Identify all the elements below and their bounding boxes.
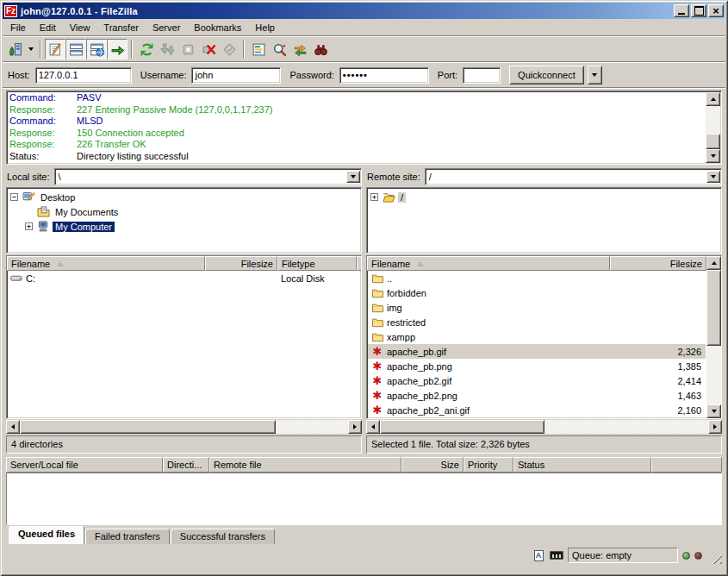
username-label: Username:	[140, 70, 187, 80]
tree-item-label: /	[398, 192, 406, 203]
scroll-down-button[interactable]	[706, 149, 720, 163]
synchronized-browsing-button[interactable]	[289, 39, 310, 59]
local-horizontal-scrollbar[interactable]	[6, 420, 362, 434]
column-header-size[interactable]: Size	[401, 457, 464, 473]
menu-item-transfer[interactable]: Transfer	[96, 21, 146, 34]
scroll-thumb[interactable]	[380, 420, 544, 434]
menu-item-file[interactable]: File	[3, 21, 33, 34]
host-input[interactable]	[35, 67, 132, 84]
close-button[interactable]	[708, 4, 724, 17]
file-row[interactable]: C: Local Disk	[7, 271, 361, 285]
column-header-server-local-file[interactable]: Server/Local file	[6, 457, 163, 473]
transfer-type-indicator[interactable]: A	[532, 549, 545, 562]
scroll-track[interactable]	[380, 420, 708, 434]
scroll-thumb[interactable]	[706, 270, 721, 346]
toggle-local-tree-button[interactable]	[65, 39, 86, 59]
minimize-button[interactable]	[674, 4, 689, 17]
scroll-thumb[interactable]	[706, 134, 720, 149]
scroll-thumb[interactable]	[20, 420, 276, 434]
tree-item-my-computer[interactable]: My Computer	[8, 219, 360, 234]
scroll-right-button[interactable]	[348, 420, 362, 434]
file-row[interactable]: forbidden	[368, 285, 706, 300]
file-row-selected[interactable]: ✱apache_pb.gif 2,326	[368, 344, 706, 359]
scroll-right-button[interactable]	[708, 420, 722, 434]
scroll-up-button[interactable]	[706, 256, 721, 270]
remote-file-list: Filename Filesize .. forbidden img	[366, 255, 722, 419]
menu-item-view[interactable]: View	[63, 21, 97, 34]
scroll-left-button[interactable]	[366, 420, 380, 434]
filter-button[interactable]	[248, 39, 269, 59]
tree-item-desktop[interactable]: Desktop	[8, 190, 360, 204]
tab-queued-files[interactable]: Queued files	[9, 526, 84, 544]
menu-item-help[interactable]: Help	[248, 21, 282, 34]
collapse-icon[interactable]	[10, 193, 18, 201]
column-header-last-modified[interactable]: L	[357, 256, 362, 271]
column-label: Filesize	[670, 259, 702, 269]
expand-icon[interactable]	[25, 222, 33, 230]
speed-limit-icon[interactable]	[550, 549, 563, 562]
my-documents-icon	[36, 206, 50, 218]
tree-item-my-documents[interactable]: My Documents	[8, 204, 360, 219]
reconnect-button[interactable]	[219, 39, 240, 59]
remote-site-combobox[interactable]: /	[425, 168, 722, 185]
find-files-button[interactable]	[310, 39, 331, 59]
file-size: 2,326	[611, 347, 706, 357]
file-row[interactable]: ✱apache_pb.png 1,385	[368, 359, 706, 373]
column-header-filesize[interactable]: Filesize	[610, 256, 706, 271]
refresh-button[interactable]	[136, 39, 157, 59]
username-input[interactable]	[191, 67, 281, 84]
file-row[interactable]: ✱apache_pb2_ani.gif 2,160	[368, 403, 706, 417]
log-scrollbar[interactable]	[706, 92, 720, 163]
scroll-track[interactable]	[706, 106, 720, 149]
file-row[interactable]: img	[368, 300, 706, 315]
scroll-track[interactable]	[706, 270, 721, 404]
tab-successful-transfers[interactable]: Successful transfers	[171, 529, 275, 544]
scroll-track[interactable]	[20, 420, 348, 434]
scroll-up-button[interactable]	[706, 92, 720, 106]
scroll-down-button[interactable]	[706, 404, 721, 418]
column-header-filename[interactable]: Filename	[7, 256, 205, 271]
quickconnect-dropdown[interactable]	[588, 66, 602, 85]
toggle-remote-tree-button[interactable]	[86, 39, 107, 59]
cancel-button[interactable]	[177, 39, 198, 59]
column-header-priority[interactable]: Priority	[464, 457, 513, 473]
process-queue-button[interactable]	[157, 39, 177, 59]
tab-failed-transfers[interactable]: Failed transfers	[85, 529, 170, 544]
column-header-filetype[interactable]: Filetype	[277, 256, 357, 271]
file-row[interactable]: ..	[368, 271, 706, 285]
queue-body[interactable]	[6, 473, 722, 525]
scroll-left-button[interactable]	[6, 420, 20, 434]
column-header-filename[interactable]: Filename	[367, 256, 610, 271]
menu-item-bookmarks[interactable]: Bookmarks	[187, 21, 248, 34]
remote-horizontal-scrollbar[interactable]	[366, 420, 722, 434]
disconnect-button[interactable]	[198, 39, 219, 59]
site-manager-dropdown[interactable]	[25, 39, 36, 59]
file-row[interactable]: xampp	[368, 329, 706, 344]
column-header-direction[interactable]: Directi...	[163, 457, 209, 473]
quickconnect-bar: Host: Username: Password: Port: Quickcon…	[3, 63, 725, 87]
toggle-message-log-button[interactable]	[45, 39, 65, 59]
toggle-queue-button[interactable]	[107, 39, 128, 59]
local-site-combobox[interactable]: \	[54, 168, 362, 185]
remote-site-dropdown[interactable]	[706, 171, 720, 183]
port-input[interactable]	[463, 67, 501, 84]
column-header-filesize[interactable]: Filesize	[205, 256, 277, 271]
file-row[interactable]: ✱apache_pb2.png 1,463	[368, 388, 706, 403]
password-input[interactable]	[339, 67, 429, 84]
quickconnect-button[interactable]: Quickconnect	[509, 66, 584, 85]
menu-item-edit[interactable]: Edit	[33, 21, 63, 34]
tree-item-root[interactable]: /	[368, 190, 720, 204]
resize-grip[interactable]	[709, 551, 722, 564]
menu-item-server[interactable]: Server	[146, 21, 187, 34]
local-site-dropdown[interactable]	[346, 171, 360, 183]
directory-comparison-button[interactable]	[269, 39, 289, 59]
column-header-status[interactable]: Status	[513, 457, 651, 473]
site-manager-button[interactable]	[4, 39, 25, 59]
remote-list-scrollbar[interactable]	[706, 256, 721, 418]
maximize-button[interactable]	[691, 4, 706, 17]
drive-icon	[9, 272, 23, 284]
file-row[interactable]: restricted	[368, 315, 706, 329]
expand-icon[interactable]	[370, 193, 378, 201]
file-row[interactable]: ✱apache_pb2.gif 2,414	[368, 373, 706, 388]
column-header-remote-file[interactable]: Remote file	[209, 457, 401, 473]
